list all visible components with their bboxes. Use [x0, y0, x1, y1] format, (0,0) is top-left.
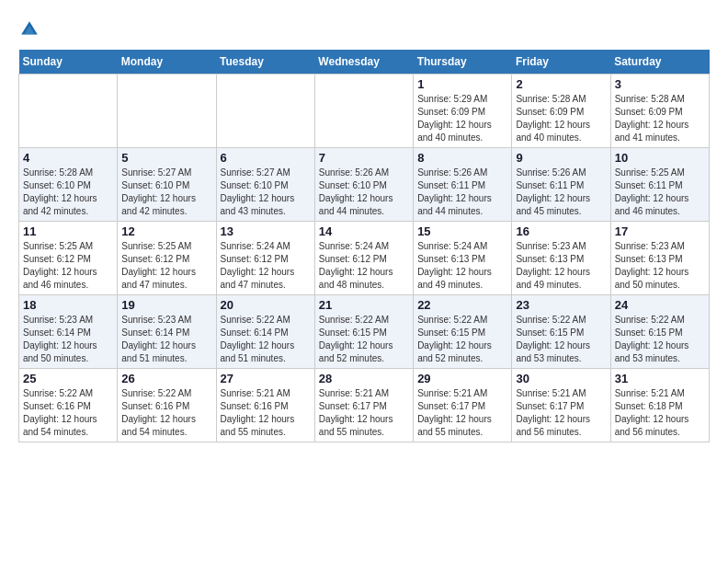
day-header-thursday: Thursday — [414, 50, 512, 75]
day-info: Sunrise: 5:23 AM Sunset: 6:13 PM Dayligh… — [615, 240, 705, 292]
day-number: 11 — [23, 224, 113, 238]
logo-icon — [18, 18, 40, 40]
day-number: 18 — [23, 298, 113, 312]
calendar-cell: 21Sunrise: 5:22 AM Sunset: 6:15 PM Dayli… — [314, 295, 413, 369]
day-info: Sunrise: 5:24 AM Sunset: 6:13 PM Dayligh… — [417, 240, 507, 292]
calendar-cell: 14Sunrise: 5:24 AM Sunset: 6:12 PM Dayli… — [314, 222, 413, 295]
day-number: 8 — [417, 151, 507, 165]
calendar-cell: 19Sunrise: 5:23 AM Sunset: 6:14 PM Dayli… — [118, 295, 216, 369]
logo — [18, 18, 44, 40]
calendar-cell: 8Sunrise: 5:26 AM Sunset: 6:11 PM Daylig… — [414, 148, 512, 222]
week-row-1: 1Sunrise: 5:29 AM Sunset: 6:09 PM Daylig… — [19, 75, 710, 148]
calendar-cell: 1Sunrise: 5:29 AM Sunset: 6:09 PM Daylig… — [414, 75, 512, 148]
day-info: Sunrise: 5:28 AM Sunset: 6:09 PM Dayligh… — [615, 93, 705, 144]
day-info: Sunrise: 5:27 AM Sunset: 6:10 PM Dayligh… — [221, 167, 311, 218]
calendar-cell: 27Sunrise: 5:21 AM Sunset: 6:16 PM Dayli… — [216, 369, 314, 442]
calendar-cell: 12Sunrise: 5:25 AM Sunset: 6:12 PM Dayli… — [118, 222, 216, 295]
day-info: Sunrise: 5:25 AM Sunset: 6:11 PM Dayligh… — [615, 167, 705, 218]
calendar-cell: 24Sunrise: 5:22 AM Sunset: 6:15 PM Dayli… — [610, 295, 709, 369]
week-row-5: 25Sunrise: 5:22 AM Sunset: 6:16 PM Dayli… — [19, 369, 710, 442]
day-header-friday: Friday — [512, 50, 610, 75]
day-number: 1 — [417, 77, 507, 91]
calendar-cell: 30Sunrise: 5:21 AM Sunset: 6:17 PM Dayli… — [512, 369, 610, 442]
calendar-cell: 26Sunrise: 5:22 AM Sunset: 6:16 PM Dayli… — [118, 369, 216, 442]
day-number: 15 — [417, 224, 507, 238]
day-number: 12 — [121, 224, 211, 238]
day-info: Sunrise: 5:21 AM Sunset: 6:18 PM Dayligh… — [615, 387, 705, 439]
day-header-sunday: Sunday — [19, 50, 118, 75]
day-info: Sunrise: 5:27 AM Sunset: 6:10 PM Dayligh… — [121, 167, 211, 218]
calendar-cell: 31Sunrise: 5:21 AM Sunset: 6:18 PM Dayli… — [610, 369, 709, 442]
calendar-cell: 20Sunrise: 5:22 AM Sunset: 6:14 PM Dayli… — [216, 295, 314, 369]
week-row-3: 11Sunrise: 5:25 AM Sunset: 6:12 PM Dayli… — [19, 222, 710, 295]
day-number: 23 — [516, 298, 606, 312]
day-number: 21 — [319, 298, 409, 312]
calendar-cell: 29Sunrise: 5:21 AM Sunset: 6:17 PM Dayli… — [414, 369, 512, 442]
day-number: 27 — [221, 372, 311, 385]
calendar-cell: 17Sunrise: 5:23 AM Sunset: 6:13 PM Dayli… — [610, 222, 709, 295]
day-header-saturday: Saturday — [610, 50, 709, 75]
calendar-cell: 11Sunrise: 5:25 AM Sunset: 6:12 PM Dayli… — [19, 222, 118, 295]
day-info: Sunrise: 5:29 AM Sunset: 6:09 PM Dayligh… — [417, 93, 507, 144]
calendar-cell: 23Sunrise: 5:22 AM Sunset: 6:15 PM Dayli… — [512, 295, 610, 369]
calendar-cell: 15Sunrise: 5:24 AM Sunset: 6:13 PM Dayli… — [414, 222, 512, 295]
calendar-cell — [216, 75, 314, 148]
calendar-table: SundayMondayTuesdayWednesdayThursdayFrid… — [18, 50, 710, 442]
day-info: Sunrise: 5:25 AM Sunset: 6:12 PM Dayligh… — [121, 240, 211, 292]
calendar-cell — [118, 75, 216, 148]
day-info: Sunrise: 5:22 AM Sunset: 6:15 PM Dayligh… — [615, 314, 705, 365]
day-header-tuesday: Tuesday — [216, 50, 314, 75]
day-info: Sunrise: 5:26 AM Sunset: 6:10 PM Dayligh… — [319, 167, 409, 218]
calendar-cell: 7Sunrise: 5:26 AM Sunset: 6:10 PM Daylig… — [314, 148, 413, 222]
calendar-cell: 9Sunrise: 5:26 AM Sunset: 6:11 PM Daylig… — [512, 148, 610, 222]
day-number: 7 — [319, 151, 409, 165]
day-info: Sunrise: 5:22 AM Sunset: 6:16 PM Dayligh… — [23, 387, 113, 439]
day-info: Sunrise: 5:22 AM Sunset: 6:16 PM Dayligh… — [121, 387, 211, 439]
calendar-cell: 28Sunrise: 5:21 AM Sunset: 6:17 PM Dayli… — [314, 369, 413, 442]
calendar-cell: 13Sunrise: 5:24 AM Sunset: 6:12 PM Dayli… — [216, 222, 314, 295]
day-info: Sunrise: 5:23 AM Sunset: 6:14 PM Dayligh… — [23, 314, 113, 365]
day-header-monday: Monday — [118, 50, 216, 75]
day-info: Sunrise: 5:22 AM Sunset: 6:15 PM Dayligh… — [319, 314, 409, 365]
day-number: 28 — [319, 372, 409, 385]
day-number: 31 — [615, 372, 705, 385]
day-number: 10 — [615, 151, 705, 165]
day-info: Sunrise: 5:28 AM Sunset: 6:10 PM Dayligh… — [23, 167, 113, 218]
day-number: 14 — [319, 224, 409, 238]
day-number: 19 — [121, 298, 211, 312]
day-info: Sunrise: 5:26 AM Sunset: 6:11 PM Dayligh… — [417, 167, 507, 218]
day-info: Sunrise: 5:23 AM Sunset: 6:13 PM Dayligh… — [516, 240, 606, 292]
week-row-4: 18Sunrise: 5:23 AM Sunset: 6:14 PM Dayli… — [19, 295, 710, 369]
day-number: 13 — [221, 224, 311, 238]
day-info: Sunrise: 5:24 AM Sunset: 6:12 PM Dayligh… — [319, 240, 409, 292]
day-number: 25 — [23, 372, 113, 385]
day-info: Sunrise: 5:22 AM Sunset: 6:15 PM Dayligh… — [417, 314, 507, 365]
calendar-cell: 6Sunrise: 5:27 AM Sunset: 6:10 PM Daylig… — [216, 148, 314, 222]
calendar-cell: 10Sunrise: 5:25 AM Sunset: 6:11 PM Dayli… — [610, 148, 709, 222]
day-info: Sunrise: 5:22 AM Sunset: 6:14 PM Dayligh… — [221, 314, 311, 365]
day-info: Sunrise: 5:21 AM Sunset: 6:17 PM Dayligh… — [319, 387, 409, 439]
calendar-cell: 18Sunrise: 5:23 AM Sunset: 6:14 PM Dayli… — [19, 295, 118, 369]
day-number: 9 — [516, 151, 606, 165]
day-number: 16 — [516, 224, 606, 238]
calendar-cell: 3Sunrise: 5:28 AM Sunset: 6:09 PM Daylig… — [610, 75, 709, 148]
day-number: 26 — [121, 372, 211, 385]
calendar-cell — [19, 75, 118, 148]
day-number: 17 — [615, 224, 705, 238]
day-info: Sunrise: 5:21 AM Sunset: 6:17 PM Dayligh… — [417, 387, 507, 439]
day-number: 2 — [516, 77, 606, 91]
calendar-cell: 4Sunrise: 5:28 AM Sunset: 6:10 PM Daylig… — [19, 148, 118, 222]
day-header-wednesday: Wednesday — [314, 50, 413, 75]
calendar-header-row: SundayMondayTuesdayWednesdayThursdayFrid… — [19, 50, 710, 75]
calendar-cell: 25Sunrise: 5:22 AM Sunset: 6:16 PM Dayli… — [19, 369, 118, 442]
day-info: Sunrise: 5:21 AM Sunset: 6:16 PM Dayligh… — [221, 387, 311, 439]
calendar-cell: 22Sunrise: 5:22 AM Sunset: 6:15 PM Dayli… — [414, 295, 512, 369]
day-number: 5 — [121, 151, 211, 165]
day-number: 4 — [23, 151, 113, 165]
day-info: Sunrise: 5:26 AM Sunset: 6:11 PM Dayligh… — [516, 167, 606, 218]
day-info: Sunrise: 5:24 AM Sunset: 6:12 PM Dayligh… — [221, 240, 311, 292]
day-number: 3 — [615, 77, 705, 91]
calendar-cell — [314, 75, 413, 148]
calendar-body: 1Sunrise: 5:29 AM Sunset: 6:09 PM Daylig… — [19, 75, 710, 442]
day-number: 20 — [221, 298, 311, 312]
